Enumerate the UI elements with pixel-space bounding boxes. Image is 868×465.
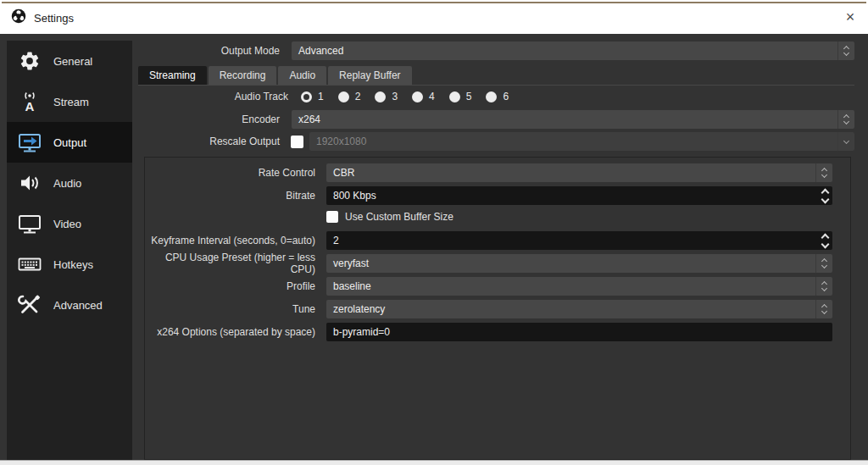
audio-track-option-6[interactable]: 6 xyxy=(486,91,509,102)
monitor-icon xyxy=(17,212,42,235)
settings-sidebar: General A Stream xyxy=(7,41,132,460)
sidebar-item-hotkeys[interactable]: Hotkeys xyxy=(7,244,132,285)
speaker-icon xyxy=(17,171,42,195)
audio-track-label: Audio Track xyxy=(138,91,294,102)
obs-logo-icon xyxy=(11,8,26,27)
rescale-resolution-select[interactable]: 1920x1080 xyxy=(309,132,854,151)
close-button[interactable]: × xyxy=(839,7,861,27)
window-title: Settings xyxy=(34,12,74,25)
settings-body: General A Stream xyxy=(0,34,868,460)
cpu-preset-label: CPU Usage Preset (higher = less CPU) xyxy=(145,252,321,275)
sidebar-item-stream[interactable]: A Stream xyxy=(7,81,132,122)
chevron-down-icon[interactable] xyxy=(837,132,854,151)
radio-icon[interactable] xyxy=(375,91,386,102)
chevron-updown-icon[interactable] xyxy=(815,277,832,296)
tune-row: Tune zerolatency xyxy=(145,300,832,318)
rate-control-label: Rate Control xyxy=(145,167,321,179)
chevron-updown-icon[interactable] xyxy=(815,300,832,318)
audio-track-option-3[interactable]: 3 xyxy=(375,91,398,102)
output-mode-label: Output Mode xyxy=(138,45,286,57)
encoder-select[interactable]: x264 xyxy=(292,110,854,129)
bitrate-spinbox[interactable] xyxy=(326,186,832,205)
titlebar: Settings × xyxy=(0,0,868,34)
cpu-preset-row: CPU Usage Preset (higher = less CPU) ver… xyxy=(145,254,832,273)
sidebar-item-video[interactable]: Video xyxy=(7,203,132,244)
encoder-settings-group: Rate Control CBR Bitrate xyxy=(144,157,851,460)
sidebar-item-label: Stream xyxy=(53,96,89,108)
cpu-preset-select[interactable]: veryfast xyxy=(326,254,832,273)
tools-icon xyxy=(17,293,42,317)
spinner-arrows-icon[interactable] xyxy=(818,231,832,250)
audio-track-radios: 1 2 3 4 5 xyxy=(301,91,523,102)
rescale-row: Rescale Output 1920x1080 xyxy=(138,132,854,151)
keyboard-icon xyxy=(17,252,42,276)
custom-buffer-checkbox[interactable] xyxy=(326,211,338,223)
radio-icon[interactable] xyxy=(486,91,497,102)
audio-track-option-5[interactable]: 5 xyxy=(449,91,472,102)
rate-control-value: CBR xyxy=(326,167,815,179)
encoder-row: Encoder x264 xyxy=(138,110,854,129)
broadcast-icon: A xyxy=(17,90,42,113)
window-bottom-edge xyxy=(0,460,868,465)
keyframe-row: Keyframe Interval (seconds, 0=auto) xyxy=(145,231,832,250)
sidebar-item-label: Video xyxy=(53,218,81,230)
profile-row: Profile baseline xyxy=(145,277,832,296)
rescale-resolution-value: 1920x1080 xyxy=(309,136,837,147)
tab-replay-buffer[interactable]: Replay Buffer xyxy=(328,66,412,85)
tab-streaming[interactable]: Streaming xyxy=(138,66,207,85)
sidebar-item-label: Output xyxy=(53,136,86,149)
keyframe-spinbox[interactable] xyxy=(326,231,832,250)
tune-label: Tune xyxy=(145,303,321,315)
audio-track-option-1[interactable]: 1 xyxy=(301,91,324,102)
chevron-updown-icon[interactable] xyxy=(837,42,854,60)
chevron-updown-icon[interactable] xyxy=(815,254,832,273)
audio-track-option-4[interactable]: 4 xyxy=(412,91,435,102)
radio-selected-icon[interactable] xyxy=(301,91,312,102)
window-top-accent xyxy=(2,2,866,3)
output-mode-select[interactable]: Advanced xyxy=(292,42,854,60)
profile-select[interactable]: baseline xyxy=(326,277,832,296)
tab-audio[interactable]: Audio xyxy=(278,66,326,85)
radio-icon[interactable] xyxy=(412,91,423,102)
sidebar-item-output[interactable]: Output xyxy=(7,122,132,163)
output-mode-row: Output Mode Advanced xyxy=(138,42,854,60)
output-mode-value: Advanced xyxy=(292,45,837,57)
spinner-arrows-icon[interactable] xyxy=(818,186,832,205)
settings-window: Settings × General xyxy=(0,0,868,465)
monitor-arrow-icon xyxy=(17,130,42,154)
keyframe-label: Keyframe Interval (seconds, 0=auto) xyxy=(145,235,321,246)
bitrate-input[interactable] xyxy=(326,186,818,205)
rate-control-row: Rate Control CBR xyxy=(145,163,832,182)
sidebar-item-label: Advanced xyxy=(53,299,103,312)
keyframe-input[interactable] xyxy=(326,231,818,250)
custom-buffer-row: Use Custom Buffer Size xyxy=(145,210,832,224)
tune-select[interactable]: zerolatency xyxy=(326,300,832,318)
tab-pane-border xyxy=(138,85,854,86)
x264-options-row: x264 Options (separated by space) xyxy=(145,323,832,341)
output-tabs: Streaming Recording Audio Replay Buffer xyxy=(138,66,412,85)
tune-value: zerolatency xyxy=(326,303,815,315)
radio-icon[interactable] xyxy=(338,91,349,102)
sidebar-item-advanced[interactable]: Advanced xyxy=(7,285,132,325)
encoder-label: Encoder xyxy=(138,113,286,125)
sidebar-item-general[interactable]: General xyxy=(7,41,132,81)
cpu-preset-value: veryfast xyxy=(326,257,815,269)
profile-value: baseline xyxy=(326,280,815,292)
gear-icon xyxy=(17,49,42,73)
tab-recording[interactable]: Recording xyxy=(209,66,277,85)
chevron-updown-icon[interactable] xyxy=(815,163,832,182)
rate-control-select[interactable]: CBR xyxy=(326,163,832,182)
sidebar-item-label: Hotkeys xyxy=(53,258,93,271)
sidebar-item-audio[interactable]: Audio xyxy=(7,163,132,203)
rescale-label: Rescale Output xyxy=(138,136,286,147)
custom-buffer-label: Use Custom Buffer Size xyxy=(345,211,453,223)
svg-text:A: A xyxy=(25,99,35,113)
radio-icon[interactable] xyxy=(449,91,460,102)
chevron-updown-icon[interactable] xyxy=(837,110,854,129)
rescale-checkbox[interactable] xyxy=(291,136,303,148)
x264-options-input[interactable] xyxy=(326,323,832,341)
audio-track-option-2[interactable]: 2 xyxy=(338,91,361,102)
x264-options-field[interactable] xyxy=(326,323,832,341)
bitrate-label: Bitrate xyxy=(145,190,321,202)
profile-label: Profile xyxy=(145,280,321,292)
